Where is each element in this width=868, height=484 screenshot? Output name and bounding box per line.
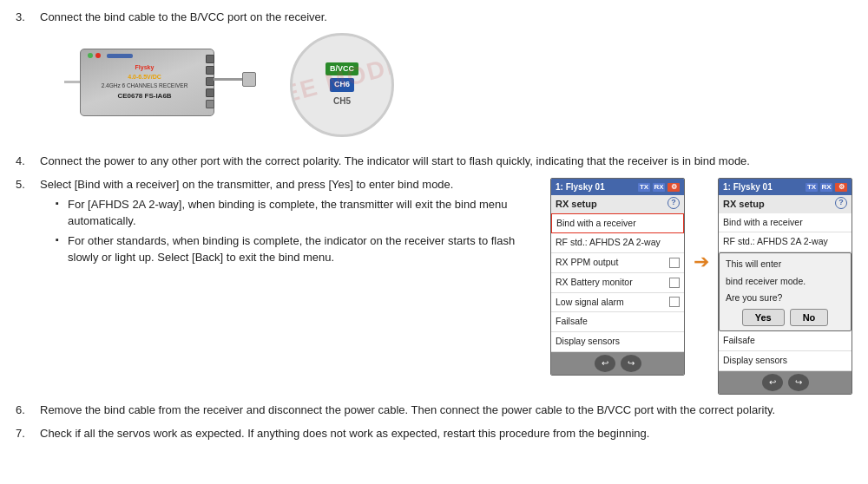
- step-4-text: Connect the power to any other port with…: [40, 153, 852, 170]
- dialogs-area: 1: Flysky 01 TX RX ⚙ RX setup ? Bind wit…: [550, 178, 852, 395]
- brand-label: Flysky: [88, 63, 201, 73]
- dialog-1-btn-return[interactable]: ↪: [621, 355, 641, 372]
- step-5-content: Select [Bind with a receiver] on the tra…: [40, 176, 852, 395]
- dialog-1-icon-tx: TX: [638, 183, 650, 192]
- bullet-1-marker: ▪: [56, 196, 68, 230]
- dialog-1-section-label: RX setup: [556, 197, 597, 212]
- dialog-1-icon-rx: RX: [653, 183, 665, 192]
- dialog-1-item-1-label: RF std.: AFHDS 2A 2-way: [556, 236, 661, 250]
- bullet-2-marker: ▪: [56, 232, 68, 266]
- step-7-text: Check if all the servos work as expected…: [40, 425, 852, 442]
- dialog-2-icon-rx: RX: [820, 183, 832, 192]
- side-ports: [206, 55, 214, 108]
- dialog-2-item-1-label: RF std.: AFHDS 2A 2-way: [723, 235, 828, 249]
- step-6-text: Remove the bind cable from the receiver …: [40, 402, 852, 419]
- dialog-2-btn-return[interactable]: ↪: [788, 374, 809, 391]
- bullet-1-text: For [AFHDS 2A 2-way], when binding is co…: [68, 196, 542, 230]
- dialog-2-popup-area: This will enter bind receiver mode. Are …: [719, 252, 852, 331]
- ch5-label: CH5: [333, 95, 351, 108]
- led-red: [95, 53, 101, 58]
- dialog-1-item-6-label: Display sensors: [556, 335, 620, 349]
- dialog-1-item-4-checkbox[interactable]: [669, 297, 680, 307]
- connector-right: [242, 72, 256, 87]
- dialog-1-item-0-label: Bind with a receiver: [556, 217, 636, 231]
- port-circle: HEE MODEL B/VCC CH6 CH5: [290, 33, 394, 137]
- step-4: 4. Connect the power to any other port w…: [16, 153, 852, 170]
- dialog-2-item-1[interactable]: RF std.: AFHDS 2A 2-way: [719, 232, 852, 252]
- bvcc-label: B/VCC: [326, 62, 358, 76]
- step-5-num: 5.: [16, 176, 40, 395]
- dialog-2-titlebar: 1: Flysky 01 TX RX ⚙: [719, 179, 852, 195]
- dialog-1-btn-back[interactable]: ↩: [595, 355, 615, 372]
- dialog-1-item-2-checkbox[interactable]: [669, 258, 680, 268]
- dialog-1-item-3[interactable]: RX Battery monitor: [551, 273, 684, 293]
- model-line1: 2.4GHz 6 CHANNELS RECEIVER: [88, 82, 201, 90]
- dialog-2-icon-gear: ⚙: [835, 183, 847, 192]
- dialog-2-item-3[interactable]: Failsafe: [719, 331, 852, 351]
- step-6-num: 6.: [16, 402, 40, 419]
- step-3: 3. Connect the bind cable to the B/VCC p…: [16, 9, 852, 146]
- dialog-1-item-2[interactable]: RX PPM output: [551, 253, 684, 273]
- left-wire: [64, 81, 82, 83]
- step-5: 5. Select [Bind with a receiver] on the …: [16, 176, 852, 395]
- bullet-2-text: For other standards, when binding is com…: [68, 232, 542, 266]
- popup-buttons: Yes No: [726, 309, 845, 326]
- ch6-label: CH6: [330, 78, 354, 92]
- dialog-2-item-4-label: Display sensors: [723, 354, 787, 368]
- dialog-1-item-5[interactable]: Failsafe: [551, 312, 684, 332]
- popup-no-button[interactable]: No: [790, 309, 829, 326]
- dialog-1-item-4-label: Low signal alarm: [556, 296, 624, 310]
- dialog-2: 1: Flysky 01 TX RX ⚙ RX setup ?: [718, 178, 852, 395]
- dialog-2-item-0-label: Bind with a receiver: [723, 216, 803, 230]
- bullet-2: ▪ For other standards, when binding is c…: [56, 232, 542, 266]
- dialog-1-item-4[interactable]: Low signal alarm: [551, 293, 684, 313]
- step-4-num: 4.: [16, 153, 40, 170]
- dialog-2-title: 1: Flysky 01: [723, 180, 773, 193]
- step-3-text: Connect the bind cable to the B/VCC port…: [40, 10, 327, 23]
- dialog-1-item-2-label: RX PPM output: [556, 256, 618, 270]
- receiver-body: Flysky 4.0-6.5V/DC 2.4GHz 6 CHANNELS REC…: [80, 49, 214, 116]
- dialog-2-popup: This will enter bind receiver mode. Are …: [719, 252, 852, 331]
- receiver-image: Flysky 4.0-6.5V/DC 2.4GHz 6 CHANNELS REC…: [64, 43, 255, 126]
- dialog-1-title: 1: Flysky 01: [556, 180, 605, 193]
- dialog-2-bottom: ↩ ↪: [719, 371, 852, 394]
- step-5-layout: Select [Bind with a receiver] on the tra…: [40, 176, 852, 395]
- dialog-2-icons: TX RX ⚙: [806, 183, 847, 192]
- dialog-2-item-0[interactable]: Bind with a receiver: [719, 213, 852, 233]
- dialog-1-icon-gear: ⚙: [667, 183, 680, 192]
- dialog-1-item-3-label: RX Battery monitor: [556, 276, 633, 290]
- port-2: [206, 66, 214, 75]
- dialog-2-item-3-label: Failsafe: [723, 334, 755, 348]
- dialog-2-btn-back[interactable]: ↩: [762, 374, 783, 391]
- receiver-center-text: Flysky 4.0-6.5V/DC 2.4GHz 6 CHANNELS REC…: [88, 63, 201, 101]
- step-6: 6. Remove the bind cable from the receiv…: [16, 402, 852, 419]
- popup-question: Are you sure?: [726, 291, 845, 304]
- dialog-1-item-6[interactable]: Display sensors: [551, 332, 684, 352]
- voltage-label: 4.0-6.5V/DC: [88, 73, 201, 82]
- dialog-1-item-3-checkbox[interactable]: [669, 278, 680, 288]
- port-circle-container: HEE MODEL B/VCC CH6 CH5: [290, 33, 394, 137]
- dialog-2-icon-tx: TX: [806, 183, 818, 192]
- step-7-num: 7.: [16, 425, 40, 442]
- step-7: 7. Check if all the servos work as expec…: [16, 425, 852, 442]
- popup-yes-button[interactable]: Yes: [742, 309, 785, 326]
- led-strip: [88, 53, 133, 58]
- dialog-2-section-label: RX setup: [723, 197, 765, 212]
- bullet-1: ▪ For [AFHDS 2A 2-way], when binding is …: [56, 196, 542, 230]
- dialog-1-item-1[interactable]: RF std.: AFHDS 2A 2-way: [551, 233, 684, 253]
- popup-line1: This will enter: [726, 258, 845, 271]
- step-5-bullets: ▪ For [AFHDS 2A 2-way], when binding is …: [56, 196, 542, 266]
- dialog-1-item-0[interactable]: Bind with a receiver: [551, 213, 684, 234]
- popup-line2: bind receiver mode.: [726, 275, 845, 288]
- port-5: [206, 100, 214, 108]
- step-5-main-text: Select [Bind with a receiver] on the tra…: [40, 178, 453, 191]
- model-line2: CE0678 FS-IA6B: [88, 91, 201, 101]
- dialog-1-help-icon[interactable]: ?: [667, 197, 680, 209]
- step-5-text-block: Select [Bind with a receiver] on the tra…: [40, 176, 542, 395]
- dialog-1-section: RX setup ?: [551, 195, 684, 213]
- dialog-2-help-icon[interactable]: ?: [835, 197, 847, 209]
- arrow-between-dialogs: ➔: [694, 178, 709, 276]
- update-bar: [107, 54, 133, 58]
- dialog-2-item-4[interactable]: Display sensors: [719, 351, 852, 371]
- dialog-1-item-5-label: Failsafe: [556, 315, 588, 329]
